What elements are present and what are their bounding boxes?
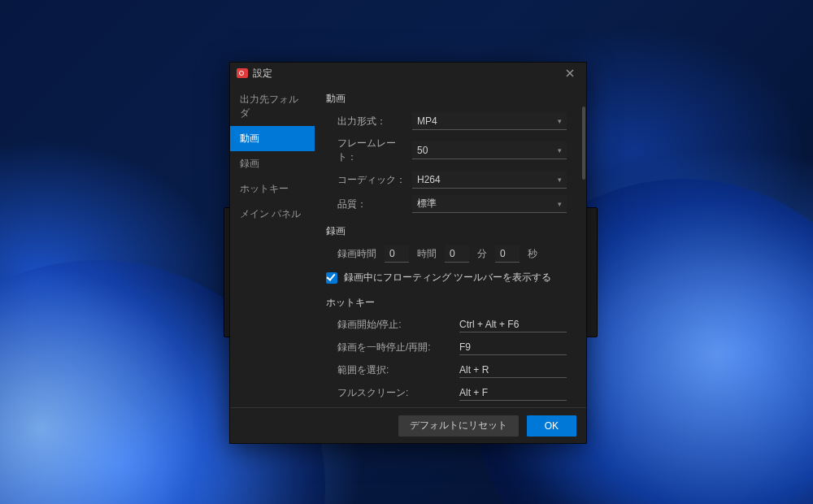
floating-toolbar-label: 録画中にフローティング ツールバーを表示する	[344, 271, 551, 285]
format-select[interactable]: MP4 ▾	[412, 112, 567, 130]
recording-hours-input[interactable]: 0	[385, 245, 409, 263]
recording-seconds-input[interactable]: 0	[495, 245, 520, 263]
section-heading-video: 動画	[326, 92, 567, 106]
caret-down-icon: ▾	[558, 176, 562, 184]
quality-label: 品質：	[337, 198, 412, 211]
hotkey-pause-resume-label: 録画を一時停止/再開:	[337, 341, 459, 354]
codec-label: コーディック：	[337, 173, 412, 187]
codec-value: H264	[417, 174, 441, 185]
caret-down-icon: ▾	[558, 146, 562, 154]
format-value: MP4	[417, 115, 437, 127]
hotkey-select-area-label: 範囲を選択:	[337, 363, 459, 377]
hotkey-start-stop-label: 録画開始/停止:	[337, 318, 459, 332]
minutes-unit: 分	[477, 247, 487, 261]
scrollbar-thumb[interactable]	[582, 106, 585, 180]
hours-unit: 時間	[417, 247, 437, 261]
ok-button[interactable]: OK	[527, 415, 576, 437]
settings-sidebar: 出力先フォルダ 動画 録画 ホットキー メイン パネル	[230, 84, 315, 407]
framerate-value: 50	[417, 145, 428, 156]
titlebar: 設定	[230, 63, 586, 84]
close-icon	[566, 69, 574, 77]
format-label: 出力形式：	[337, 115, 412, 128]
hotkey-fullscreen-field[interactable]: Alt + F	[459, 385, 567, 401]
caret-down-icon: ▾	[558, 200, 562, 208]
hotkey-fullscreen-label: フルスクリーン:	[337, 386, 459, 400]
scrollbar-track[interactable]	[581, 84, 586, 407]
hotkey-pause-resume-field[interactable]: F9	[459, 339, 567, 355]
sidebar-item-output-folder[interactable]: 出力先フォルダ	[230, 87, 315, 126]
caret-down-icon: ▾	[558, 117, 562, 125]
section-heading-recording: 録画	[326, 224, 567, 238]
settings-content: 動画 出力形式： MP4 ▾ フレームレート： 50 ▾	[315, 84, 581, 407]
window-title: 設定	[253, 67, 272, 80]
recorder-app-icon	[237, 68, 248, 78]
settings-dialog: 設定 出力先フォルダ 動画 録画 ホットキー メイン パネル 動画 出力形式： …	[229, 62, 587, 444]
hotkey-start-stop-field[interactable]: Ctrl + Alt + F6	[459, 316, 567, 332]
quality-value: 標準	[417, 197, 437, 211]
codec-select[interactable]: H264 ▾	[412, 171, 567, 189]
framerate-label: フレームレート：	[337, 137, 412, 164]
seconds-unit: 秒	[528, 247, 537, 261]
hotkey-select-area-field[interactable]: Alt + R	[459, 362, 567, 378]
sidebar-item-hotkeys[interactable]: ホットキー	[230, 176, 315, 202]
recording-time-label: 録画時間	[337, 247, 376, 261]
framerate-select[interactable]: 50 ▾	[412, 141, 567, 159]
reset-defaults-button[interactable]: デフォルトにリセット	[398, 415, 519, 437]
floating-toolbar-checkbox[interactable]	[326, 272, 337, 284]
section-heading-hotkeys: ホットキー	[326, 296, 567, 310]
sidebar-item-main-panel[interactable]: メイン パネル	[230, 202, 315, 227]
sidebar-item-video[interactable]: 動画	[230, 126, 315, 151]
recording-minutes-input[interactable]: 0	[445, 245, 469, 263]
quality-select[interactable]: 標準 ▾	[412, 195, 567, 213]
close-button[interactable]	[559, 65, 581, 81]
sidebar-item-recording[interactable]: 録画	[230, 151, 315, 176]
dialog-footer: デフォルトにリセット OK	[230, 407, 586, 443]
